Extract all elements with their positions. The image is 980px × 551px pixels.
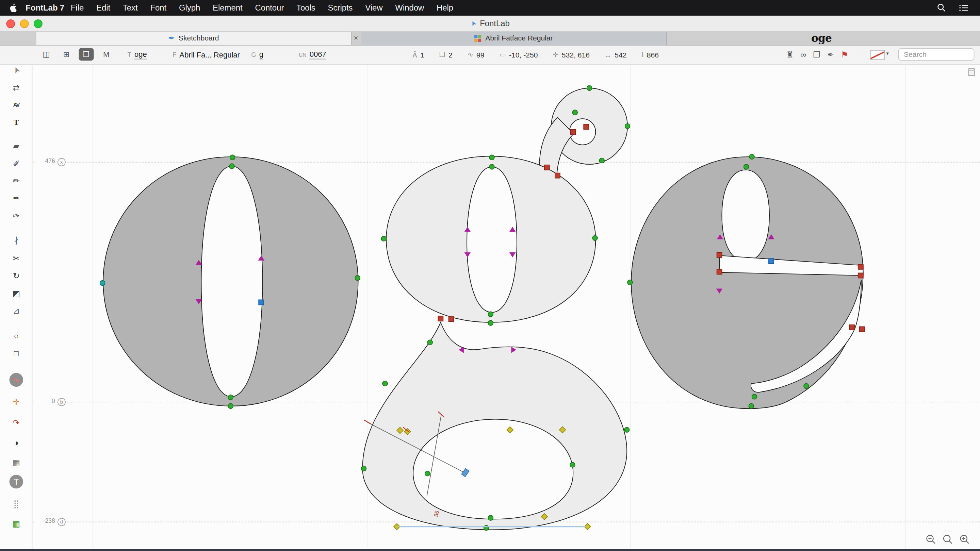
node-blue[interactable]: [768, 258, 774, 264]
spotlight-search-icon[interactable]: [937, 3, 946, 13]
glyph-e-aperture[interactable]: [751, 280, 861, 392]
node-green[interactable]: [228, 395, 234, 400]
node-green[interactable]: [484, 525, 489, 531]
tool-fill[interactable]: ◩: [8, 285, 25, 300]
tool-rapid[interactable]: ✑: [8, 208, 25, 223]
zoom-reset-button[interactable]: [943, 534, 953, 545]
glyph-window-toggle[interactable]: ❐: [79, 48, 94, 60]
page-flag-icon[interactable]: [968, 68, 975, 77]
node-green[interactable]: [488, 320, 494, 326]
zoom-in-button[interactable]: [959, 534, 970, 545]
node-green[interactable]: [361, 465, 367, 472]
tool-scissors[interactable]: ✂: [8, 251, 25, 266]
tool-power-nudge[interactable]: ∿: [10, 373, 23, 387]
node-green[interactable]: [803, 383, 809, 389]
glyph-g-bowl[interactable]: [386, 156, 595, 322]
node-green[interactable]: [752, 394, 757, 400]
control-list-icon[interactable]: [959, 4, 969, 12]
node-tri-up[interactable]: [768, 234, 774, 240]
node-green[interactable]: [572, 110, 578, 115]
node-green[interactable]: [599, 158, 605, 164]
tool-pencil[interactable]: ✏: [8, 173, 25, 188]
glyph-g-ear-inner[interactable]: [569, 119, 595, 145]
menu-text[interactable]: Text: [116, 3, 144, 13]
font-field-value[interactable]: Abril Fa... Regular: [179, 50, 240, 59]
tab-sketchboard[interactable]: ✒ Sketchboard: [37, 31, 352, 45]
unicode-field[interactable]: UN 0067: [299, 45, 326, 64]
glyph-g-ear-connector[interactable]: [540, 118, 574, 173]
tool-pin[interactable]: ✛: [8, 394, 25, 409]
node-green[interactable]: [427, 340, 433, 345]
tab-abril-fatface[interactable]: Abril Fatface Regular: [361, 31, 667, 45]
node-red[interactable]: [717, 269, 722, 275]
swatch-dropdown-icon[interactable]: ▾: [886, 51, 888, 56]
node-tri-up[interactable]: [509, 227, 515, 232]
glyph-field[interactable]: G g: [251, 45, 263, 64]
tab-close-icon[interactable]: ×: [351, 33, 361, 43]
tool-brush[interactable]: ✐: [8, 156, 25, 170]
node-diamond[interactable]: [559, 426, 566, 433]
link-icon[interactable]: ∞: [800, 50, 806, 60]
node-green[interactable]: [488, 515, 494, 521]
node-tri-up[interactable]: [465, 227, 471, 232]
node-red[interactable]: [849, 324, 855, 330]
copy-icon[interactable]: ❐: [813, 50, 820, 60]
tool-magnet[interactable]: ↻: [8, 268, 25, 283]
guide-line-d[interactable]: [33, 522, 980, 522]
node-blue[interactable]: [258, 300, 264, 305]
guide-line-x[interactable]: [33, 162, 980, 163]
menu-scripts[interactable]: Scripts: [321, 3, 359, 13]
text-field[interactable]: T oge: [127, 45, 147, 64]
node-green[interactable]: [592, 235, 598, 241]
glyph-g-loop[interactable]: [363, 322, 627, 530]
menu-glyph[interactable]: Glyph: [173, 3, 207, 13]
close-button[interactable]: [6, 19, 15, 28]
menu-tools[interactable]: Tools: [290, 3, 321, 13]
node-tri-right[interactable]: [511, 346, 516, 353]
node-green[interactable]: [625, 124, 630, 129]
node-green[interactable]: [381, 236, 387, 241]
menu-element[interactable]: Element: [207, 3, 249, 13]
tool-kern[interactable]: AV: [8, 98, 25, 113]
node-tri-down[interactable]: [509, 252, 515, 257]
stamp-icon[interactable]: ♜: [786, 50, 794, 60]
tool-eraser[interactable]: ▰: [8, 138, 25, 153]
maximize-button[interactable]: [34, 19, 43, 28]
node-red[interactable]: [584, 124, 589, 130]
node-green[interactable]: [749, 154, 755, 160]
node-tri-down[interactable]: [196, 299, 202, 305]
tool-rectangle[interactable]: □: [8, 346, 25, 360]
ink-icon[interactable]: ✒: [827, 50, 834, 60]
tool-knife[interactable]: ∤: [8, 232, 25, 247]
stroke-color-swatch[interactable]: [870, 50, 885, 60]
sidebar-toggle[interactable]: ◫: [39, 48, 54, 60]
node-diamond[interactable]: [506, 426, 514, 433]
glyph-g-ear-outer[interactable]: [551, 88, 627, 164]
node-red[interactable]: [438, 316, 444, 321]
node-green[interactable]: [230, 155, 235, 160]
tool-grid[interactable]: ▦: [8, 455, 25, 470]
font-field[interactable]: F Abril Fa... Regular: [172, 45, 240, 64]
node-red[interactable]: [449, 316, 454, 322]
node-green[interactable]: [587, 86, 592, 91]
menu-window[interactable]: Window: [389, 3, 430, 13]
glyph-field-value[interactable]: g: [259, 50, 263, 60]
node-tri-down[interactable]: [465, 252, 471, 257]
apple-menu-icon[interactable]: [9, 3, 17, 13]
node-diamond[interactable]: [584, 523, 591, 530]
glyph-e-slot[interactable]: [719, 256, 863, 275]
node-green[interactable]: [382, 381, 388, 386]
unicode-field-value[interactable]: 0067: [310, 50, 326, 60]
node-green[interactable]: [229, 163, 235, 169]
metrics-toggle[interactable]: M̈: [99, 48, 114, 60]
node-green[interactable]: [624, 427, 630, 433]
node-red[interactable]: [570, 129, 576, 135]
search-input[interactable]: [898, 48, 974, 60]
node-green[interactable]: [489, 155, 495, 160]
zoom-out-button[interactable]: [926, 534, 936, 545]
app-menu-title[interactable]: FontLab 7: [25, 3, 64, 13]
node-diamond[interactable]: [541, 513, 548, 520]
menu-file[interactable]: File: [64, 3, 90, 13]
tool-contrast[interactable]: ◑: [8, 435, 25, 449]
tool-text[interactable]: T: [8, 115, 25, 130]
